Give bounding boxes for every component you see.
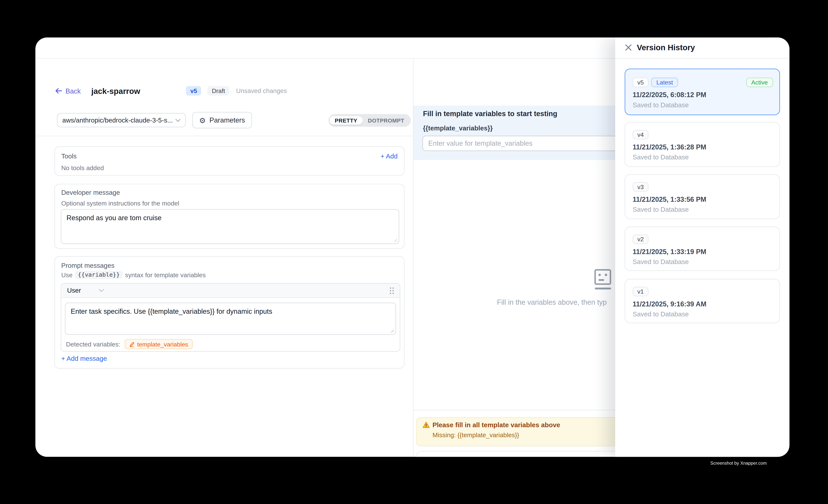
developer-message-subtitle: Optional system instructions for the mod… bbox=[61, 200, 179, 207]
template-variable-name: template_variables bbox=[137, 341, 188, 347]
draft-badge: Draft bbox=[208, 86, 230, 96]
close-icon[interactable] bbox=[625, 44, 632, 51]
version-date: 11/22/2025, 6:08:12 PM bbox=[633, 91, 706, 99]
version-card-v1[interactable]: v1 11/21/2025, 9:16:39 AM Saved to Datab… bbox=[625, 279, 780, 323]
warning-triangle-icon bbox=[422, 421, 430, 428]
version-card-v2[interactable]: v2 11/21/2025, 1:33:19 PM Saved to Datab… bbox=[625, 226, 780, 271]
drag-handle-icon[interactable] bbox=[389, 287, 394, 294]
developer-message-title: Developer message bbox=[61, 189, 120, 197]
view-mode-toggle: PRETTY DOTPROMPT bbox=[328, 114, 410, 127]
warning-title: Please fill in all template variables ab… bbox=[432, 421, 560, 429]
toggle-pretty[interactable]: PRETTY bbox=[330, 116, 363, 125]
screenshot-stage: Back jack-sparrow v5 Draft Unsaved chang… bbox=[0, 0, 828, 504]
role-select[interactable]: User bbox=[67, 287, 104, 294]
version-chip: v4 bbox=[633, 130, 649, 139]
chevron-down-icon bbox=[175, 119, 181, 122]
version-card-v4[interactable]: v4 11/21/2025, 1:36:28 PM Saved to Datab… bbox=[625, 122, 780, 167]
message-block: User Enter task specifics. Use {{templat… bbox=[61, 283, 400, 352]
version-chip: v2 bbox=[633, 235, 649, 244]
developer-message-input[interactable]: Respond as you are tom cruise bbox=[61, 209, 399, 244]
model-select[interactable]: aws/anthropic/bedrock-claude-3-5-s... bbox=[57, 113, 186, 127]
version-status: Saved to Database bbox=[633, 101, 689, 109]
toolbar-divider bbox=[35, 136, 413, 136]
syntax-suffix: syntax for template variables bbox=[125, 271, 206, 279]
version-status: Saved to Database bbox=[633, 154, 689, 161]
robot-face-icon bbox=[593, 268, 613, 291]
tools-card: Tools + Add No tools added bbox=[54, 146, 404, 176]
add-tool-button[interactable]: + Add bbox=[380, 153, 398, 160]
detected-variables-label: Detected variables: bbox=[66, 340, 120, 348]
add-message-button[interactable]: + Add message bbox=[61, 355, 107, 362]
template-variable-badge[interactable]: template_variables bbox=[124, 339, 193, 349]
template-variable-label: {{template_variables}} bbox=[423, 125, 493, 132]
back-button[interactable]: Back bbox=[55, 87, 81, 95]
watermark-text: Screenshot by Xnapper.com bbox=[710, 461, 767, 466]
syntax-prefix: Use bbox=[61, 271, 73, 279]
gear-icon: ⚙ bbox=[199, 117, 206, 124]
empty-state-text: Fill in the variables above, then typ bbox=[497, 298, 607, 306]
version-history-header: Version History bbox=[615, 37, 789, 58]
version-chip: v3 bbox=[633, 182, 649, 192]
parameters-label: Parameters bbox=[209, 116, 245, 124]
version-status: Saved to Database bbox=[633, 258, 689, 265]
chevron-down-icon bbox=[99, 289, 104, 292]
version-date: 11/21/2025, 1:36:28 PM bbox=[633, 143, 706, 151]
latest-badge: Latest bbox=[651, 78, 678, 87]
page-title: jack-sparrow bbox=[91, 86, 140, 95]
breadcrumb-row: Back jack-sparrow v5 Draft Unsaved chang… bbox=[55, 83, 287, 99]
detected-variables-row: Detected variables: template_variables bbox=[66, 339, 193, 349]
version-date: 11/21/2025, 9:16:39 AM bbox=[633, 300, 706, 308]
variable-syntax-chip: {{variable}} bbox=[75, 271, 122, 279]
version-history-panel: Version History v5 Latest Active 11/22/2… bbox=[615, 37, 789, 457]
version-history-title: Version History bbox=[637, 43, 695, 52]
toggle-dotprompt[interactable]: DOTPROMPT bbox=[363, 116, 410, 125]
message-block-header: User bbox=[61, 284, 400, 298]
prompt-messages-title: Prompt messages bbox=[61, 262, 115, 269]
warning-detail: Missing: {{template_variables}} bbox=[432, 431, 519, 439]
user-message-input[interactable]: Enter task specifics. Use {{template_var… bbox=[65, 303, 396, 335]
tools-title: Tools bbox=[61, 153, 77, 160]
prompt-messages-card: Prompt messages Use {{variable}} syntax … bbox=[54, 256, 404, 369]
developer-message-card: Developer message Optional system instru… bbox=[54, 184, 404, 249]
model-select-value: aws/anthropic/bedrock-claude-3-5-s... bbox=[62, 117, 175, 124]
unsaved-changes-text: Unsaved changes bbox=[236, 87, 287, 94]
version-card-v5[interactable]: v5 Latest Active 11/22/2025, 6:08:12 PM … bbox=[625, 69, 780, 115]
version-chip: v1 bbox=[633, 287, 649, 296]
back-arrow-icon bbox=[55, 88, 62, 94]
tools-empty-text: No tools added bbox=[61, 164, 104, 172]
version-card-v3[interactable]: v3 11/21/2025, 1:33:56 PM Saved to Datab… bbox=[625, 174, 780, 219]
back-label: Back bbox=[66, 87, 81, 95]
version-date: 11/21/2025, 1:33:19 PM bbox=[633, 248, 706, 256]
fill-variables-title: Fill in template variables to start test… bbox=[423, 110, 557, 118]
version-badge: v5 bbox=[186, 86, 201, 96]
role-select-value: User bbox=[67, 287, 81, 294]
pencil-icon bbox=[129, 341, 134, 347]
version-status: Saved to Database bbox=[633, 310, 689, 318]
version-chip: v5 bbox=[633, 78, 649, 87]
syntax-hint: Use {{variable}} syntax for template var… bbox=[61, 271, 206, 279]
version-status: Saved to Database bbox=[633, 206, 689, 213]
parameters-button[interactable]: ⚙ Parameters bbox=[192, 112, 252, 128]
active-badge: Active bbox=[746, 78, 773, 87]
version-date: 11/21/2025, 1:33:56 PM bbox=[633, 195, 706, 203]
